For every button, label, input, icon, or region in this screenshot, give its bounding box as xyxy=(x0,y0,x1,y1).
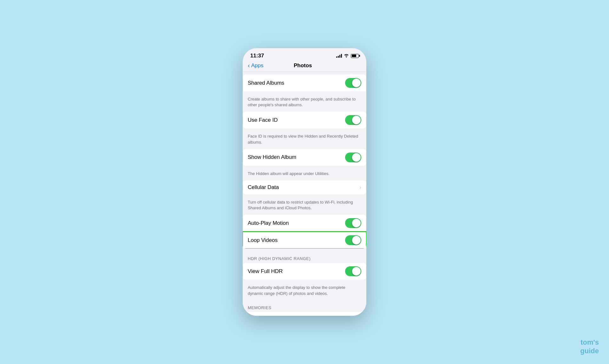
toggle-knob xyxy=(352,153,361,162)
memories-section-label: MEMORIES xyxy=(243,300,366,312)
face-id-toggle[interactable] xyxy=(345,115,361,125)
shared-albums-group: Shared Albums xyxy=(243,75,366,91)
page-title: Photos xyxy=(294,62,312,69)
cellular-data-row[interactable]: Cellular Data › xyxy=(243,180,366,194)
toggle-knob xyxy=(352,116,361,124)
toggle-knob xyxy=(352,236,361,244)
view-full-hdr-toggle[interactable] xyxy=(345,266,361,276)
loop-videos-toggle[interactable] xyxy=(345,235,361,245)
reset-suggested-memories-row[interactable]: Reset Suggested Memories xyxy=(243,312,366,316)
loop-videos-row[interactable]: Loop Videos xyxy=(243,232,366,249)
face-id-description: Face ID is required to view the Hidden a… xyxy=(243,131,366,149)
reset-suggested-memories-label: Reset Suggested Memories xyxy=(248,315,314,316)
hdr-group: View Full HDR xyxy=(243,263,366,280)
auto-play-motion-toggle[interactable] xyxy=(345,218,361,228)
shared-albums-description: Create albums to share with other people… xyxy=(243,94,366,112)
wifi-icon xyxy=(344,53,349,58)
memories-section: MEMORIES Reset Suggested Memories Reset … xyxy=(243,300,366,316)
auto-play-motion-row[interactable]: Auto-Play Motion xyxy=(243,215,366,232)
toggle-knob xyxy=(352,219,361,227)
battery-icon xyxy=(351,54,359,58)
settings-content[interactable]: Shared Albums Create albums to share wit… xyxy=(243,72,366,316)
hidden-album-label: Show Hidden Album xyxy=(248,154,296,160)
hdr-section: HDR (HIGH DYNAMIC RANGE) View Full HDR A… xyxy=(243,251,366,300)
toggle-knob xyxy=(352,79,361,87)
motion-group: Auto-Play Motion Loop Videos xyxy=(243,215,366,249)
signal-bars-icon xyxy=(336,54,342,58)
toms-guide-watermark: tom's guide xyxy=(580,338,599,355)
back-label: Apps xyxy=(251,62,264,69)
nav-bar: ‹ Apps Photos xyxy=(243,61,366,72)
toggle-knob xyxy=(352,267,361,276)
view-full-hdr-row[interactable]: View Full HDR xyxy=(243,263,366,280)
status-time: 11:37 xyxy=(250,53,264,59)
hidden-album-toggle[interactable] xyxy=(345,153,361,162)
face-id-label: Use Face ID xyxy=(248,117,278,123)
signal-bar-4 xyxy=(341,54,342,58)
view-full-hdr-label: View Full HDR xyxy=(248,268,283,275)
cellular-data-label: Cellular Data xyxy=(248,184,279,191)
hidden-album-row[interactable]: Show Hidden Album xyxy=(243,149,366,166)
back-button[interactable]: ‹ Apps xyxy=(248,62,263,69)
phone-frame: 11:37 ‹ Apps Pho xyxy=(243,48,366,316)
signal-bar-1 xyxy=(336,56,337,58)
shared-albums-row[interactable]: Shared Albums xyxy=(243,75,366,91)
view-full-hdr-description: Automatically adjust the display to show… xyxy=(243,282,366,300)
battery-fill xyxy=(352,55,356,57)
signal-bar-2 xyxy=(338,56,339,58)
face-id-row[interactable]: Use Face ID xyxy=(243,112,366,128)
shared-albums-toggle[interactable] xyxy=(345,78,361,88)
hidden-album-description: The Hidden album will appear under Utili… xyxy=(243,168,366,180)
loop-videos-label: Loop Videos xyxy=(248,237,278,244)
cellular-data-description: Turn off cellular data to restrict updat… xyxy=(243,197,366,215)
hdr-section-label: HDR (HIGH DYNAMIC RANGE) xyxy=(243,251,366,263)
chevron-left-icon: ‹ xyxy=(248,62,250,69)
memories-group: Reset Suggested Memories Reset People & … xyxy=(243,312,366,316)
signal-bar-3 xyxy=(339,55,340,58)
status-bar: 11:37 xyxy=(243,48,366,61)
hidden-album-group: Show Hidden Album xyxy=(243,149,366,166)
shared-albums-label: Shared Albums xyxy=(248,80,284,86)
cellular-data-group: Cellular Data › xyxy=(243,180,366,194)
chevron-right-icon: › xyxy=(359,184,361,191)
face-id-group: Use Face ID xyxy=(243,112,366,128)
status-icons xyxy=(336,53,359,58)
auto-play-motion-label: Auto-Play Motion xyxy=(248,220,289,226)
